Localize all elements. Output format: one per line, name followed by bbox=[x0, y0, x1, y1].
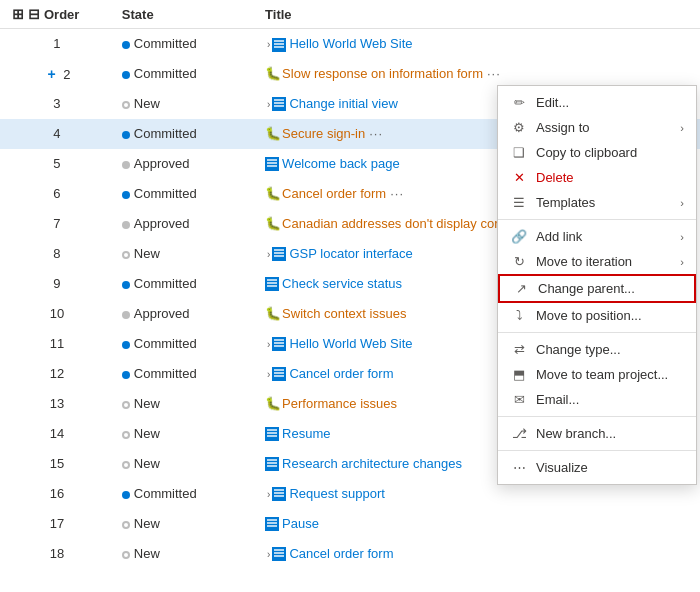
change-type-icon: ⇄ bbox=[510, 342, 528, 357]
expand-row-icon[interactable]: › bbox=[267, 39, 270, 50]
row-order: 14 bbox=[0, 419, 114, 449]
row-state: New bbox=[114, 449, 257, 479]
parent-icon: ↗ bbox=[512, 281, 530, 296]
menu-item-move-to-position---[interactable]: ⤵ Move to position... bbox=[498, 303, 696, 328]
expand-row-icon[interactable]: › bbox=[267, 549, 270, 560]
work-item-title[interactable]: Cancel order form bbox=[282, 186, 386, 201]
expand-row-icon[interactable]: › bbox=[267, 489, 270, 500]
story-icon bbox=[265, 427, 279, 441]
state-label: New bbox=[134, 516, 160, 531]
row-ellipsis-menu[interactable]: ··· bbox=[386, 186, 408, 201]
menu-item-label: Add link bbox=[536, 229, 680, 244]
work-item-title[interactable]: Check service status bbox=[282, 276, 402, 291]
menu-item-label: Change type... bbox=[536, 342, 684, 357]
menu-item-change-type---[interactable]: ⇄ Change type... bbox=[498, 337, 696, 362]
state-label: Approved bbox=[134, 156, 190, 171]
work-item-title[interactable]: Hello World Web Site bbox=[289, 36, 412, 51]
row-order: 15 bbox=[0, 449, 114, 479]
state-dot bbox=[122, 491, 130, 499]
work-item-title[interactable]: Cancel order form bbox=[289, 546, 393, 561]
work-item-title[interactable]: Switch context issues bbox=[282, 306, 406, 321]
expand-row-icon[interactable]: › bbox=[267, 339, 270, 350]
menu-item-new-branch---[interactable]: ⎇ New branch... bbox=[498, 421, 696, 446]
table-row[interactable]: + 2Committed🐛Slow response on informatio… bbox=[0, 59, 700, 89]
state-label: Committed bbox=[134, 486, 197, 501]
state-label: New bbox=[134, 396, 160, 411]
table-row[interactable]: 1Committed›Hello World Web Site bbox=[0, 29, 700, 59]
menu-item-copy-to-clipboard[interactable]: ❑ Copy to clipboard bbox=[498, 140, 696, 165]
work-item-title[interactable]: GSP locator interface bbox=[289, 246, 412, 261]
state-label: Committed bbox=[134, 366, 197, 381]
state-dot bbox=[122, 161, 130, 169]
person-icon: ⚙ bbox=[510, 120, 528, 135]
story-icon bbox=[265, 457, 279, 471]
state-dot bbox=[122, 551, 130, 559]
menu-item-label: New branch... bbox=[536, 426, 684, 441]
menu-item-change-parent---[interactable]: ↗ Change parent... bbox=[498, 274, 696, 303]
row-order: 9 bbox=[0, 269, 114, 299]
story-icon bbox=[272, 337, 286, 351]
work-item-title[interactable]: Slow response on information form bbox=[282, 66, 483, 81]
row-order: 18 bbox=[0, 539, 114, 569]
iteration-icon: ↻ bbox=[510, 254, 528, 269]
expand-collapse-icons[interactable]: ⊞ ⊟ Order bbox=[8, 6, 106, 22]
row-title[interactable]: 🐛Slow response on information form··· bbox=[257, 59, 700, 89]
state-label: New bbox=[134, 456, 160, 471]
menu-item-visualize[interactable]: ⋯ Visualize bbox=[498, 455, 696, 480]
work-item-title[interactable]: Secure sign-in bbox=[282, 126, 365, 141]
story-icon bbox=[272, 547, 286, 561]
state-label: New bbox=[134, 246, 160, 261]
bug-icon: 🐛 bbox=[265, 217, 279, 231]
menu-divider bbox=[498, 219, 696, 220]
row-ellipsis-menu[interactable]: ··· bbox=[365, 126, 387, 141]
menu-item-email---[interactable]: ✉ Email... bbox=[498, 387, 696, 412]
menu-item-add-link[interactable]: 🔗 Add link › bbox=[498, 224, 696, 249]
menu-item-templates[interactable]: ☰ Templates › bbox=[498, 190, 696, 215]
state-label: Committed bbox=[134, 36, 197, 51]
work-item-title[interactable]: Research architecture changes bbox=[282, 456, 462, 471]
row-title[interactable]: ›Cancel order form bbox=[257, 539, 700, 569]
work-item-title[interactable]: Canadian addresses don't display correct… bbox=[282, 216, 529, 231]
table-header: ⊞ ⊟ Order State Title bbox=[0, 0, 700, 29]
expand-row-icon[interactable]: › bbox=[267, 99, 270, 110]
bug-icon: 🐛 bbox=[265, 307, 279, 321]
table-row[interactable]: 18New›Cancel order form bbox=[0, 539, 700, 569]
menu-item-assign-to[interactable]: ⚙ Assign to › bbox=[498, 115, 696, 140]
submenu-arrow: › bbox=[680, 197, 684, 209]
menu-item-delete[interactable]: ✕ Delete bbox=[498, 165, 696, 190]
work-item-title[interactable]: Pause bbox=[282, 516, 319, 531]
submenu-arrow: › bbox=[680, 122, 684, 134]
row-order: 3 bbox=[0, 89, 114, 119]
expand-icon[interactable]: ⊞ bbox=[12, 6, 24, 22]
state-dot bbox=[122, 101, 130, 109]
menu-item-move-to-iteration[interactable]: ↻ Move to iteration › bbox=[498, 249, 696, 274]
expand-row-icon[interactable]: › bbox=[267, 249, 270, 260]
row-order: 10 bbox=[0, 299, 114, 329]
work-item-title[interactable]: Resume bbox=[282, 426, 330, 441]
row-state: New bbox=[114, 239, 257, 269]
link-icon: 🔗 bbox=[510, 229, 528, 244]
collapse-icon[interactable]: ⊟ bbox=[28, 6, 40, 22]
menu-item-edit---[interactable]: ✏ Edit... bbox=[498, 90, 696, 115]
row-state: Committed bbox=[114, 359, 257, 389]
state-dot bbox=[122, 401, 130, 409]
row-state: Approved bbox=[114, 149, 257, 179]
work-item-title[interactable]: Request support bbox=[289, 486, 384, 501]
row-ellipsis-menu[interactable]: ··· bbox=[483, 66, 505, 81]
expand-row-icon[interactable]: › bbox=[267, 369, 270, 380]
work-item-title[interactable]: Welcome back page bbox=[282, 156, 400, 171]
menu-item-label: Visualize bbox=[536, 460, 684, 475]
add-child-button[interactable]: + bbox=[43, 66, 59, 82]
work-item-title[interactable]: Cancel order form bbox=[289, 366, 393, 381]
row-title[interactable]: ›Hello World Web Site bbox=[257, 29, 700, 59]
menu-item-move-to-team-project---[interactable]: ⬒ Move to team project... bbox=[498, 362, 696, 387]
table-row[interactable]: 17NewPause bbox=[0, 509, 700, 539]
state-label: Committed bbox=[134, 336, 197, 351]
row-state: New bbox=[114, 539, 257, 569]
row-title[interactable]: Pause bbox=[257, 509, 700, 539]
work-item-title[interactable]: Performance issues bbox=[282, 396, 397, 411]
state-header: State bbox=[114, 0, 257, 29]
work-item-title[interactable]: Change initial view bbox=[289, 96, 397, 111]
work-item-title[interactable]: Hello World Web Site bbox=[289, 336, 412, 351]
delete-icon: ✕ bbox=[510, 170, 528, 185]
